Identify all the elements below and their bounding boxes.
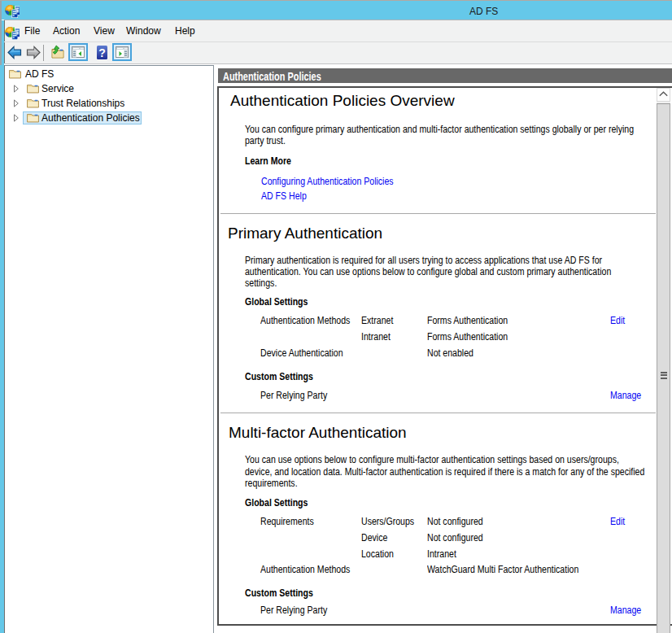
svg-text:?: ? [98, 46, 106, 59]
